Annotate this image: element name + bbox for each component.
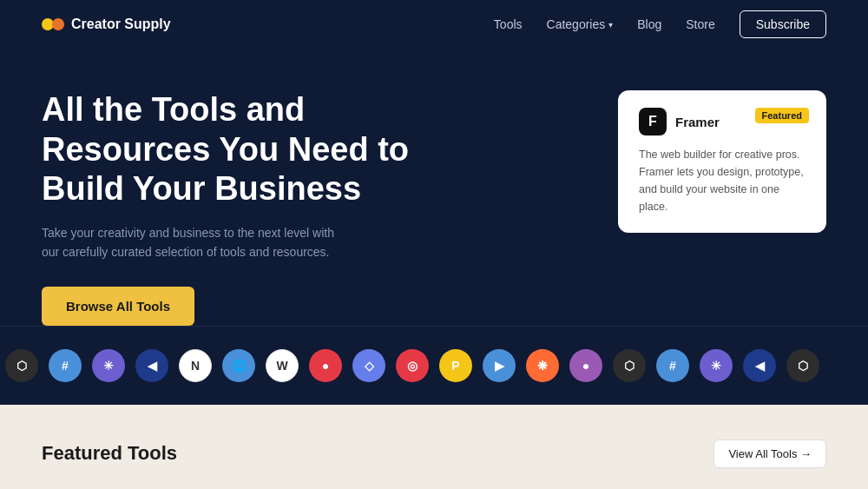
icon-strip: ⬡#✳◀N🌐W●◇◎P▶❋●⬡#✳◀⬡ xyxy=(0,326,868,405)
icon-strip-tool-19[interactable]: ⬡ xyxy=(781,344,825,387)
framer-logo: F xyxy=(639,108,667,135)
nav-links: Tools Categories ▾ Blog Store Subscribe xyxy=(494,10,826,38)
hero-content: All the Tools and Resources You Need to … xyxy=(42,90,458,326)
nav-tools[interactable]: Tools xyxy=(494,17,523,31)
navbar: Creator Supply Tools Categories ▾ Blog S… xyxy=(0,0,868,49)
subscribe-button[interactable]: Subscribe xyxy=(740,10,826,38)
hero-title: All the Tools and Resources You Need to … xyxy=(42,90,458,209)
icon-strip-tool-4[interactable]: ◀ xyxy=(130,344,174,387)
logo-icon xyxy=(42,18,64,30)
tools-section: Featured Tools View All Tools → xyxy=(0,405,868,489)
icon-strip-tool-10[interactable]: ◎ xyxy=(391,344,434,387)
featured-badge: Featured xyxy=(755,108,809,123)
icon-strip-tool-6[interactable]: 🌐 xyxy=(217,344,260,387)
nav-categories[interactable]: Categories ▾ xyxy=(547,17,614,31)
brand-logo[interactable]: Creator Supply xyxy=(42,17,171,32)
icon-strip-tool-3[interactable]: ✳ xyxy=(87,344,130,387)
icon-strip-tool-13[interactable]: ❋ xyxy=(521,344,564,387)
chevron-down-icon: ▾ xyxy=(608,20,613,30)
featured-tools-title: Featured Tools xyxy=(42,442,177,465)
icon-strip-notion[interactable]: N xyxy=(174,344,217,387)
nav-blog[interactable]: Blog xyxy=(637,17,661,31)
icon-strip-tool-14[interactable]: ● xyxy=(564,344,608,387)
hero-subtitle: Take your creativity and business to the… xyxy=(42,223,354,262)
icon-strip-tool-7[interactable]: W xyxy=(260,344,304,387)
browse-all-tools-button[interactable]: Browse All Tools xyxy=(42,287,194,326)
icon-strip-tool-15[interactable]: ⬡ xyxy=(608,344,651,387)
tools-header: Featured Tools View All Tools → xyxy=(42,439,826,468)
icon-strip-slack[interactable]: # xyxy=(43,344,87,387)
featured-card-name: Framer xyxy=(675,115,720,129)
icon-strip-tool-9[interactable]: ◇ xyxy=(347,344,391,387)
icon-strip-tool-16[interactable]: # xyxy=(651,344,694,387)
featured-card[interactable]: F Framer Featured The web builder for cr… xyxy=(618,90,826,233)
hero-section: All the Tools and Resources You Need to … xyxy=(0,49,868,326)
icon-strip-tool-1[interactable]: ⬡ xyxy=(0,344,43,387)
icon-strip-tool-18[interactable]: ◀ xyxy=(738,344,781,387)
icon-strip-tool-8[interactable]: ● xyxy=(304,344,347,387)
logo-circle-orange xyxy=(52,18,64,30)
brand-name: Creator Supply xyxy=(71,17,171,32)
icon-strip-tool-17[interactable]: ✳ xyxy=(694,344,738,387)
view-all-tools-button[interactable]: View All Tools → xyxy=(713,439,826,468)
icon-strip-telegram[interactable]: ▶ xyxy=(477,344,521,387)
nav-categories-label: Categories xyxy=(547,17,606,31)
icon-strip-tool-11[interactable]: P xyxy=(434,344,477,387)
nav-store[interactable]: Store xyxy=(686,17,714,31)
featured-card-description: The web builder for creative pros. Frame… xyxy=(639,146,806,215)
